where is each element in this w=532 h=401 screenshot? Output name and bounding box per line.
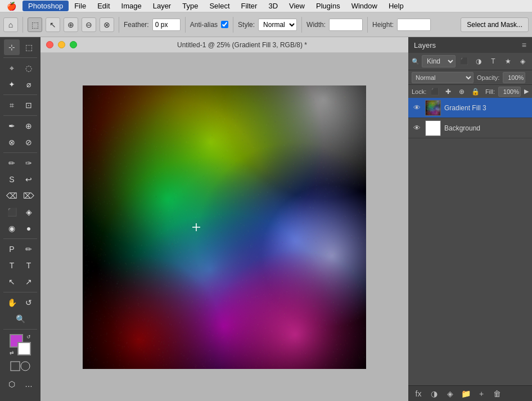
antialias-checkbox[interactable] <box>221 21 228 28</box>
zoom-tool[interactable]: 🔍 <box>12 311 28 327</box>
marquee-add-icon[interactable]: ⊕ <box>64 17 78 32</box>
dodge-tool[interactable]: ◉ <box>4 220 20 236</box>
marquee-rect-icon[interactable]: ⬚ <box>28 17 42 32</box>
eraser-tool[interactable]: ⌫ <box>4 188 20 204</box>
filter-adjustment-icon[interactable]: ◑ <box>472 55 485 67</box>
svg-rect-0 <box>11 362 20 371</box>
group-layer-icon[interactable]: 📁 <box>460 388 471 399</box>
menu-filter[interactable]: Filter <box>236 1 263 11</box>
filter-pixel-icon[interactable]: ⬛ <box>458 55 470 67</box>
filter-type-icon[interactable]: T <box>487 55 499 67</box>
lock-pixels-icon[interactable]: ⬛ <box>430 87 440 97</box>
menu-plugins[interactable]: Plugins <box>310 1 346 11</box>
menu-view[interactable]: View <box>283 1 310 11</box>
hand-tool[interactable]: ✋ <box>4 295 20 310</box>
patch-tool[interactable]: ⊘ <box>21 134 37 150</box>
magic-wand[interactable]: ⌀ <box>21 76 37 92</box>
menu-select[interactable]: Select <box>204 1 235 11</box>
clone-stamp[interactable]: S <box>4 172 20 187</box>
height-input[interactable] <box>397 19 431 31</box>
width-input[interactable] <box>329 19 363 31</box>
pencil-tool[interactable]: ✑ <box>21 155 37 171</box>
window-title: Untitled-1 @ 25% (Gradient Fill 3, RGB/8… <box>82 41 403 49</box>
move-tool[interactable]: ⊹ <box>4 39 20 55</box>
apple-menu[interactable]: 🍎 <box>0 2 22 11</box>
feather-label: Feather: <box>124 21 149 29</box>
lock-position-icon[interactable]: ✚ <box>443 87 453 97</box>
direct-select[interactable]: ↗ <box>21 274 37 290</box>
artboard-tool[interactable]: ⬚ <box>21 39 37 55</box>
menu-help[interactable]: Help <box>383 1 409 11</box>
filter-smart-icon[interactable]: ◈ <box>516 55 529 67</box>
extra-btn[interactable]: … <box>21 376 37 392</box>
marquee-move-icon[interactable]: ↖ <box>46 17 60 32</box>
vertical-type[interactable]: T <box>21 258 37 273</box>
marquee-int-icon[interactable]: ⊗ <box>100 17 114 32</box>
menu-image[interactable]: Image <box>116 1 147 11</box>
layers-panel: Layers ≡ 🔍 Kind ⬛ ◑ T ★ ◈ Normal Op <box>408 37 532 401</box>
minimize-button[interactable] <box>58 41 65 48</box>
menu-file[interactable]: File <box>69 1 92 11</box>
menu-window[interactable]: Window <box>346 1 383 11</box>
bg-eraser[interactable]: ⌦ <box>21 188 37 204</box>
slice-tool[interactable]: ⊡ <box>21 97 37 113</box>
menu-type[interactable]: Type <box>177 1 204 11</box>
paint-bucket[interactable]: ◈ <box>21 204 37 220</box>
layers-close-icon[interactable]: ≡ <box>522 40 526 49</box>
blend-mode-select[interactable]: Normal <box>412 72 474 83</box>
type-tool[interactable]: T <box>4 258 20 273</box>
crop-tool[interactable]: ⌗ <box>4 97 20 113</box>
polygonal-lasso[interactable]: ◌ <box>21 60 37 76</box>
menu-photoshop[interactable]: Photoshop <box>22 1 69 11</box>
screen-mode-btn[interactable]: ⬡ <box>4 376 20 392</box>
lock-all-icon[interactable]: 🔒 <box>470 87 480 97</box>
layer-visibility-background[interactable]: 👁 <box>412 123 422 133</box>
layer-fx-icon[interactable]: fx <box>413 388 424 399</box>
canvas-container[interactable] <box>40 53 408 401</box>
fill-input[interactable] <box>498 87 521 97</box>
menubar: 🍎 Photoshop File Edit Image Layer Type S… <box>0 0 532 12</box>
new-layer-icon[interactable]: + <box>476 388 487 399</box>
freeform-pen[interactable]: ✏ <box>21 241 37 257</box>
marquee-sub-icon[interactable]: ⊖ <box>82 17 96 32</box>
opacity-input[interactable] <box>503 72 525 83</box>
close-button[interactable] <box>46 41 53 48</box>
menu-3d[interactable]: 3D <box>263 1 283 11</box>
quick-select-tool[interactable]: ✦ <box>4 76 20 92</box>
healing-brush[interactable]: ⊗ <box>4 134 20 150</box>
path-select[interactable]: ↖ <box>4 274 20 290</box>
lasso-tool[interactable]: ⌖ <box>4 60 20 76</box>
menu-edit[interactable]: Edit <box>92 1 115 11</box>
feather-input[interactable] <box>152 19 181 31</box>
color-swatches: ↺ ⇄ <box>10 334 31 355</box>
reset-colors-icon[interactable]: ↺ <box>26 334 31 340</box>
history-brush[interactable]: ↩ <box>21 172 37 187</box>
swap-colors-icon[interactable]: ⇄ <box>10 350 14 355</box>
layer-item-gradient[interactable]: 👁 Gradient Fill 3 <box>408 98 532 118</box>
rotate-view[interactable]: ↺ <box>21 295 37 310</box>
eyedropper-tool[interactable]: ✒ <box>4 118 20 134</box>
filter-kind-select[interactable]: Kind <box>422 55 456 67</box>
layer-mask-icon[interactable]: ◑ <box>429 388 440 399</box>
pen-tool[interactable]: P <box>4 241 20 257</box>
quick-mask-btn[interactable] <box>10 361 31 372</box>
background-color[interactable] <box>17 342 31 355</box>
layer-visibility-gradient[interactable]: 👁 <box>412 103 422 113</box>
layer-item-background[interactable]: 👁 Background <box>408 118 532 138</box>
antialias-label: Anti-alias <box>190 21 218 29</box>
home-icon[interactable]: ⌂ <box>3 17 18 32</box>
toolbar-separator-6 <box>367 17 368 33</box>
burn-tool[interactable]: ● <box>21 220 37 236</box>
window-titlebar: Untitled-1 @ 25% (Gradient Fill 3, RGB/8… <box>40 37 408 53</box>
gradient-tool[interactable]: ⬛ <box>4 204 20 220</box>
color-sampler[interactable]: ⊕ <box>21 118 37 134</box>
lock-artboard-icon[interactable]: ⊕ <box>457 87 467 97</box>
style-select[interactable]: Normal <box>258 19 297 31</box>
menu-layer[interactable]: Layer <box>147 1 177 11</box>
delete-layer-icon[interactable]: 🗑 <box>492 388 503 399</box>
adjustment-layer-icon[interactable]: ◈ <box>444 388 456 399</box>
maximize-button[interactable] <box>70 41 77 48</box>
filter-shape-icon[interactable]: ★ <box>502 55 514 67</box>
select-and-mask-button[interactable]: Select and Mask... <box>461 17 529 32</box>
brush-tool[interactable]: ✏ <box>4 155 20 171</box>
